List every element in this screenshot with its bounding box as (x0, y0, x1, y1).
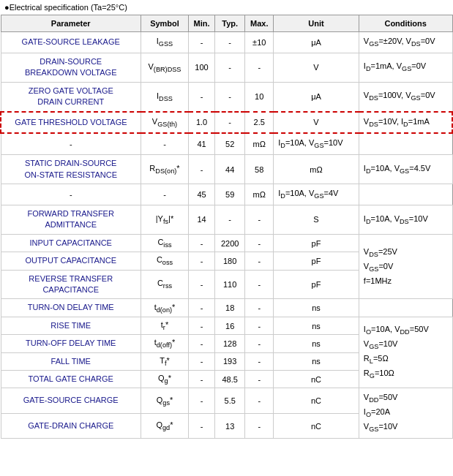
electrical-specs-table: Parameter Symbol Min. Typ. Max. Unit Con… (0, 15, 453, 439)
col-parameter: Parameter (1, 15, 141, 32)
min-cell: - (189, 413, 215, 438)
symbol-cell: tr* (141, 317, 188, 334)
col-unit: Unit (274, 15, 359, 32)
unit-cell: ns (274, 352, 359, 370)
typ-cell: 110 (215, 270, 245, 299)
max-cell: - (245, 299, 274, 317)
typ-cell: - (215, 53, 245, 82)
max-cell: - (245, 317, 274, 334)
table-row: GATE-SOURCE CHARGEQgs*-5.5-nCVDD=50VIO=2… (1, 388, 452, 413)
max-cell: - (245, 335, 274, 352)
col-typ: Typ. (215, 15, 245, 32)
symbol-cell: td(off)* (141, 335, 188, 352)
typ-cell: 48.5 (215, 371, 245, 388)
conditions-cell: VDS=10V, ID=1mA (359, 112, 452, 134)
typ-cell: 45 (189, 184, 215, 205)
max-cell: 58 (245, 155, 274, 184)
table-row: RISE TIMEtr*-16-nsIO=10A, VDD=50VVGS=10V… (1, 317, 452, 334)
symbol-cell: td(on)* (141, 299, 188, 317)
conditions-cell: ID=10A, VDS=10V (359, 205, 452, 235)
param-cell: TURN-ON DELAY TIME (1, 299, 141, 317)
min-cell: - (189, 352, 215, 370)
unit-cell: mΩ (245, 184, 274, 205)
symbol-cell: Qgs* (141, 388, 188, 413)
max-cell: - (245, 413, 274, 438)
typ-cell: - (215, 112, 245, 134)
min-cell: - (189, 82, 215, 111)
symbol-cell: - (1, 133, 141, 154)
max-cell: - (245, 234, 274, 252)
unit-cell: ns (274, 299, 359, 317)
col-conditions: Conditions (359, 15, 452, 32)
param-cell: GATE-SOURCE CHARGE (1, 388, 141, 413)
param-cell: STATIC DRAIN-SOURCEON-STATE RESISTANCE (1, 155, 141, 184)
symbol-cell: Qg* (141, 371, 188, 388)
param-cell: TOTAL GATE CHARGE (1, 371, 141, 388)
table-row: --4152mΩID=10A, VGS=10V (1, 133, 452, 154)
max-cell: - (245, 252, 274, 270)
symbol-cell: V(BR)DSS (141, 53, 188, 82)
min-cell: 14 (189, 205, 215, 235)
unit-cell: S (274, 205, 359, 235)
typ-cell: 18 (215, 299, 245, 317)
min-cell: - (189, 155, 215, 184)
typ-cell: 128 (215, 335, 245, 352)
typ-cell: - (215, 32, 245, 53)
param-cell: GATE-SOURCE LEAKAGE (1, 32, 141, 53)
param-cell: INPUT CAPACITANCE (1, 234, 141, 252)
symbol-cell: - (1, 184, 141, 205)
table-row: FORWARD TRANSFERADMITTANCE|Yfs|*14--SID=… (1, 205, 452, 235)
conditions-cell: ID=10A, VGS=4V (274, 184, 359, 205)
param-cell: GATE-DRAIN CHARGE (1, 413, 141, 438)
unit-cell: pF (274, 252, 359, 270)
max-cell: ±10 (245, 32, 274, 53)
unit-cell: mΩ (245, 133, 274, 154)
symbol-cell: IDSS (141, 82, 188, 111)
max-cell: 52 (215, 133, 245, 154)
typ-cell: 16 (215, 317, 245, 334)
conditions-cell: ID=1mA, VGS=0V (359, 53, 452, 82)
unit-cell: nC (274, 413, 359, 438)
symbol-cell: Crss (141, 270, 188, 299)
symbol-cell: IGSS (141, 32, 188, 53)
typ-cell: 2200 (215, 234, 245, 252)
min-cell: - (189, 335, 215, 352)
param-cell: FALL TIME (1, 352, 141, 370)
unit-cell: ns (274, 335, 359, 352)
conditions-cell: IO=10A, VDD=50VVGS=10VRL=5ΩRG=10Ω (359, 317, 452, 388)
param-cell: DRAIN-SOURCEBREAKDOWN VOLTAGE (1, 53, 141, 82)
max-cell: - (245, 205, 274, 235)
max-cell: 2.5 (245, 112, 274, 134)
symbol-cell: Qgd* (141, 413, 188, 438)
min-cell: - (189, 388, 215, 413)
typ-cell: 13 (215, 413, 245, 438)
col-max: Max. (245, 15, 274, 32)
min-cell: - (141, 184, 188, 205)
param-cell: GATE THRESHOLD VOLTAGE (1, 112, 141, 134)
unit-cell: pF (274, 270, 359, 299)
typ-cell: 41 (189, 133, 215, 154)
col-min: Min. (189, 15, 215, 32)
conditions-cell: ID=10A, VGS=4.5V (359, 155, 452, 184)
min-cell: 100 (189, 53, 215, 82)
unit-cell: pF (274, 234, 359, 252)
header-text: ●Electrical specification (Ta=25°C) (0, 0, 453, 15)
table-row: INPUT CAPACITANCECiss-2200-pFVDS=25VVGS=… (1, 234, 452, 252)
col-symbol: Symbol (141, 15, 188, 32)
min-cell: - (189, 317, 215, 334)
symbol-cell: Coss (141, 252, 188, 270)
param-cell: REVERSE TRANSFERCAPACITANCE (1, 270, 141, 299)
min-cell: - (189, 32, 215, 53)
unit-cell: nC (274, 388, 359, 413)
symbol-cell: |Yfs|* (141, 205, 188, 235)
min-cell: - (189, 252, 215, 270)
min-cell: - (189, 234, 215, 252)
param-cell: RISE TIME (1, 317, 141, 334)
table-row: TURN-ON DELAY TIMEtd(on)*-18-ns (1, 299, 452, 317)
param-cell: TURN-OFF DELAY TIME (1, 335, 141, 352)
param-cell: FORWARD TRANSFERADMITTANCE (1, 205, 141, 235)
unit-cell: ns (274, 317, 359, 334)
symbol-cell: Ciss (141, 234, 188, 252)
max-cell: - (245, 371, 274, 388)
max-cell: - (245, 352, 274, 370)
